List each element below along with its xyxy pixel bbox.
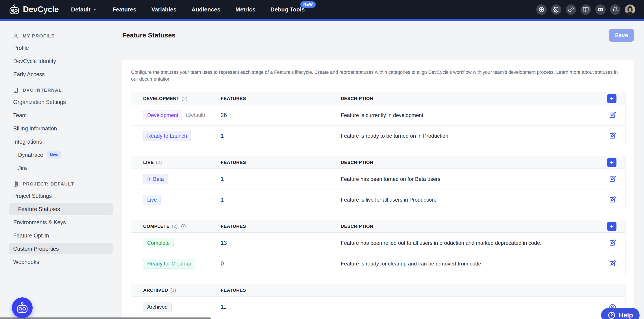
category-count: (2) [182, 96, 188, 101]
sidebar-item-label: Early Access [13, 71, 45, 78]
category-name: COMPLETE [143, 224, 170, 229]
sidebar-item-label: Feature Statuses [18, 206, 60, 212]
plus-icon [609, 160, 614, 165]
sidebar-item-jira[interactable]: Jira [9, 162, 113, 174]
main-nav: DefaultFeaturesVariablesAudiencesMetrics… [64, 0, 312, 19]
status-badge: Live [143, 195, 161, 205]
status-badge: Ready to Launch [143, 131, 191, 141]
column-header-features: FEATURES [221, 224, 341, 229]
row-action-cell [602, 239, 616, 247]
table-header-row: COMPLETE (2)FEATURESDESCRIPTION [131, 220, 625, 233]
sidebar-item-label: Organization Settings [13, 99, 66, 105]
sidebar-section-title: MY PROFILE [23, 33, 55, 38]
status-badge: Development [143, 110, 182, 120]
status-badge: Complete [143, 238, 174, 248]
sidebar-item-billing-information[interactable]: Billing Information [9, 123, 113, 134]
brand-wordmark: DevCycle [23, 5, 59, 14]
sidebar-item-label: Project Settings [13, 193, 52, 199]
documentation-book-button[interactable] [580, 4, 591, 15]
nav-item-label: Audiences [192, 6, 220, 13]
page-header: Feature Statuses Save [122, 21, 644, 49]
status-bar-strip [0, 318, 211, 319]
status-badge-cell: Live [143, 195, 221, 205]
features-count: 11 [221, 304, 341, 310]
robot-icon [16, 302, 28, 314]
top-navigation-bar: DevCycle DefaultFeaturesVariablesAudienc… [0, 0, 644, 19]
features-count: 13 [221, 240, 341, 246]
sidebar-item-dynatrace[interactable]: DynatraceNew [9, 149, 113, 160]
status-badge-cell: Archived [143, 302, 221, 312]
edit-status-button[interactable] [608, 196, 616, 204]
sidebar-section-title: DVC INTERNAL [23, 88, 62, 93]
nav-item-metrics[interactable]: Metrics [228, 0, 263, 19]
sidebar-section-my-profile: MY PROFILEProfileDevCycle IdentityEarly … [0, 32, 122, 80]
category-label: DEVELOPMENT (2) [143, 96, 221, 101]
status-table-live: LIVE (2)FEATURESDESCRIPTIONIn Beta1Featu… [130, 156, 626, 210]
status-badge-cell: Ready to Launch [143, 131, 221, 141]
category-name: DEVELOPMENT [143, 96, 179, 101]
edit-pencil-icon [608, 132, 616, 140]
table-header-row: ARCHIVED (1)FEATURES [131, 284, 625, 296]
add-status-button[interactable] [607, 222, 616, 231]
edit-status-button[interactable] [608, 239, 616, 247]
discord-button[interactable] [595, 4, 606, 15]
help-button[interactable]: Help [601, 308, 640, 319]
sidebar-item-feature-statuses[interactable]: Feature Statuses [9, 203, 113, 215]
status-description: Feature is live for all users in Product… [341, 197, 602, 203]
user-avatar[interactable] [625, 4, 635, 15]
sidebar-item-project-settings[interactable]: Project Settings [9, 190, 113, 202]
nav-item-audiences[interactable]: Audiences [184, 0, 228, 19]
sidebar-item-custom-properties[interactable]: Custom Properties [9, 243, 113, 254]
column-header-description: DESCRIPTION [341, 224, 602, 229]
sidebar-item-feature-opt-in[interactable]: Feature Opt-In [9, 230, 113, 241]
status-badge: Archived [143, 302, 172, 312]
status-description: Feature is currently in development. [341, 112, 602, 118]
edit-status-button[interactable] [608, 111, 616, 119]
status-badge-cell: Development(Default) [143, 110, 221, 120]
edit-pencil-icon [608, 260, 616, 268]
nav-item-variables[interactable]: Variables [144, 0, 184, 19]
add-status-button[interactable] [607, 158, 616, 167]
nav-item-debug-tools[interactable]: Debug ToolsNEW [263, 0, 312, 19]
sidebar-item-team[interactable]: Team [9, 110, 113, 121]
sidebar-item-webhooks[interactable]: Webhooks [9, 256, 113, 268]
nav-item-features[interactable]: Features [105, 0, 144, 19]
status-table-archived: ARCHIVED (1)FEATURESArchived11 [130, 284, 626, 317]
settings-gear-button[interactable] [551, 4, 562, 15]
nav-item-label: Variables [151, 6, 176, 13]
api-key-button[interactable] [566, 4, 576, 15]
edit-status-button[interactable] [608, 260, 616, 268]
edit-status-button[interactable] [608, 175, 616, 183]
sidebar-section-header: PROJECT: DEFAULT [0, 180, 122, 188]
sidebar-item-environments-keys[interactable]: Environments & Keys [9, 216, 113, 228]
devcycle-logo[interactable]: DevCycle [9, 4, 59, 15]
table-header-row: DEVELOPMENT (2)FEATURESDESCRIPTION [131, 92, 625, 105]
sidebar-item-label: Custom Properties [13, 246, 59, 252]
info-icon[interactable] [181, 224, 186, 229]
notifications-bell-icon [612, 6, 618, 12]
sidebar-item-organization-settings[interactable]: Organization Settings [9, 96, 113, 108]
features-count: 1 [221, 196, 341, 203]
nav-item-label: Debug Tools [270, 6, 305, 13]
chatbot-button[interactable] [12, 298, 32, 318]
add-status-button[interactable] [607, 94, 616, 103]
nav-item-default[interactable]: Default [64, 0, 105, 19]
status-table-development: DEVELOPMENT (2)FEATURESDESCRIPTIONDevelo… [130, 92, 626, 146]
building-icon [13, 87, 19, 93]
question-circle-icon [608, 311, 616, 319]
sidebar-item-devcycle-identity[interactable]: DevCycle Identity [9, 55, 113, 67]
edit-pencil-icon [608, 175, 616, 183]
sidebar-section-header: MY PROFILE [0, 32, 122, 40]
category-label: COMPLETE (2) [143, 224, 221, 229]
sidebar-item-integrations[interactable]: Integrations [9, 136, 113, 148]
edit-status-button[interactable] [608, 132, 616, 140]
save-button[interactable]: Save [609, 29, 634, 42]
sidebar-item-profile[interactable]: Profile [9, 42, 113, 54]
add-circle-button[interactable] [536, 4, 547, 15]
status-row-development: Development(Default)26Feature is current… [131, 105, 625, 126]
page-title: Feature Statuses [122, 32, 176, 39]
notifications-bell-button[interactable] [610, 4, 620, 15]
clipboard-icon [13, 181, 19, 187]
sidebar-item-early-access[interactable]: Early Access [9, 68, 113, 80]
features-count: 0 [221, 260, 341, 267]
